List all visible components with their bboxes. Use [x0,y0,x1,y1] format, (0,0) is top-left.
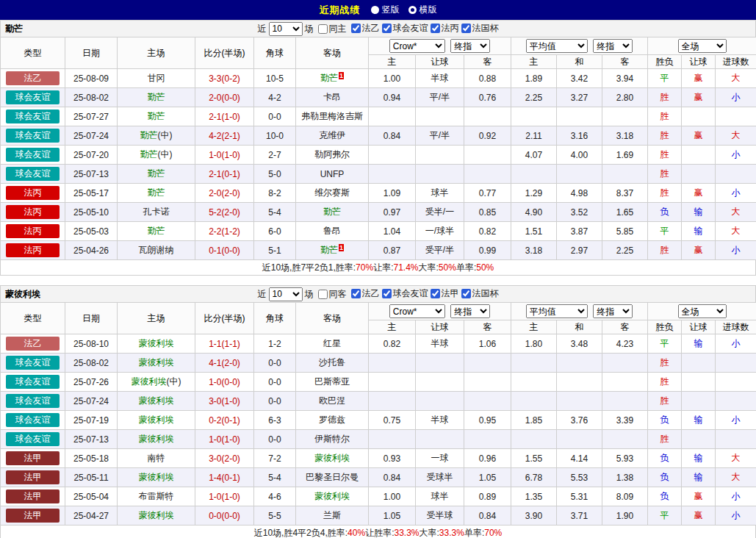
asia-away-odds-cell: 0.96 [464,449,511,468]
league-filter-label: 球会友谊 [393,287,428,300]
match-row: 球会友谊25-07-13勤芒2-1(0-1)5-0UNFP胜 [1,165,756,184]
scope-select[interactable]: 全场 [678,39,727,53]
topbar: 近期战绩 竖版横版 [0,0,756,20]
view-mode-radio[interactable]: 竖版 [371,4,400,16]
winlose-cell: 胜 [648,184,682,203]
match-count-select[interactable]: 10 [269,287,303,301]
winlose-cell: 胜 [648,430,682,449]
summary-value: 33.3% [394,528,419,538]
matches-table: 类型 日期 主场 比分(半场) 角球 客场 Crow* 终指 平均值 终指 [0,37,756,260]
league-filter[interactable]: 法甲 [430,287,459,300]
winlose-cell: 胜 [648,354,682,373]
corner-cell: 5-4 [254,203,296,222]
euro-home-odds-cell: 1.89 [511,69,557,88]
asia-final-select[interactable]: 终指 [450,304,490,318]
league-filter-checkbox[interactable] [461,289,471,298]
team-name-text: 沙托鲁 [319,357,345,367]
handicap-result-cell: 赢 [682,184,716,203]
corner-cell: 0-0 [254,354,296,373]
league-filter[interactable]: 法乙 [350,287,380,300]
team-name-text: 勤芒 [148,92,165,102]
asia-away-odds-cell [464,354,511,373]
away-team-cell: 蒙彼利埃 [296,449,369,468]
goals-result-cell: 小 [716,506,756,526]
league-filter-checkbox[interactable] [351,24,361,33]
asia-away-odds-cell: 0.85 [464,203,511,222]
asia-away-header: 客 [464,55,511,69]
bookmaker-select[interactable]: Crow* [389,39,445,53]
league-type-cell: 球会友谊 [1,354,65,373]
match-row: 球会友谊25-07-24勤芒(中)4-2(2-1)10-0克维伊0.84平/半0… [1,126,756,146]
handicap-result-cell: 赢 [682,126,716,146]
asia-handicap-cell: 球半 [416,487,464,506]
league-filter[interactable]: 法国杯 [461,22,499,35]
team-name-text: 克维伊 [319,130,345,140]
euro-draw-odds-cell [557,165,602,184]
match-row: 法甲25-05-18南特3-0(2-0)7-2蒙彼利埃0.93一球0.961.5… [1,449,756,468]
asia-home-odds-cell: 1.09 [369,184,416,203]
euro-home-odds-cell [511,165,557,184]
corner-cell: 4-2 [254,88,296,107]
goals-result-cell: 小 [716,411,756,430]
asia-handicap-cell: 受半/一 [416,203,464,222]
view-mode-radio[interactable]: 横版 [408,4,437,16]
winlose-cell: 胜 [648,392,682,411]
score-cell: 1-0(0-0) [195,373,254,392]
asia-handicap-cell [416,107,464,126]
corner-cell: 6-3 [254,411,296,430]
league-filter-checkbox[interactable] [351,289,361,298]
average-select[interactable]: 平均值 [526,39,588,53]
asia-final-select[interactable]: 终指 [450,39,490,53]
score-cell: 2-1(0-1) [195,165,254,184]
match-row: 球会友谊25-07-27勤芒2-1(1-0)0-0弗勒里梅洛吉斯胜 [1,107,756,126]
section-header: 勤芒 近 10 场 同主 法乙球会友谊法丙法国杯 [0,20,756,37]
league-filter-checkbox[interactable] [431,24,440,33]
asia-home-odds-cell [369,165,416,184]
date-cell: 25-05-18 [65,449,118,468]
home-team-cell: 勤芒 [118,107,195,126]
league-type-cell: 球会友谊 [1,126,65,146]
team-name-text: 卡昂 [323,92,341,102]
asia-away-odds-cell: 0.92 [464,126,511,146]
league-filter[interactable]: 法丙 [430,22,459,35]
same-venue-filter[interactable]: 同客 [317,288,347,301]
summary-text: 大率: [419,262,439,274]
average-select[interactable]: 平均值 [526,304,588,318]
same-venue-filter[interactable]: 同主 [317,23,347,35]
bookmaker-select[interactable]: Crow* [389,304,445,318]
away-team-cell: 兰斯 [296,506,369,526]
match-row: 法丙25-05-17勤芒2-0(2-0)8-2维尔赛斯1.09球半0.771.2… [1,184,756,203]
asia-home-odds-cell: 0.75 [369,411,416,430]
league-filter-checkbox[interactable] [461,24,471,33]
league-type-cell: 法乙 [1,334,65,354]
away-team-cell: 沙托鲁 [296,354,369,373]
winlose-cell: 负 [648,411,682,430]
league-filter[interactable]: 球会友谊 [381,22,428,35]
goals-result-cell: 大 [716,449,756,468]
same-venue-checkbox[interactable] [318,290,328,299]
summary-text: 近10场,胜7平2负1, [262,262,336,274]
goals-result-cell: 大 [716,468,756,487]
league-type-cell: 球会友谊 [1,411,65,430]
handicap-result-cell: 赢 [682,487,716,506]
near-label: 近 [258,23,267,35]
league-filter-checkbox[interactable] [382,24,392,33]
euro-final-select[interactable]: 终指 [593,304,633,318]
corner-cell: 4-6 [254,487,296,506]
match-count-select[interactable]: 10 [269,22,303,36]
league-filter-checkbox[interactable] [431,289,440,298]
same-venue-checkbox[interactable] [318,24,328,34]
euro-away-odds-cell [602,392,648,411]
league-type-badge: 法丙 [6,224,60,238]
league-filter-checkbox[interactable] [382,289,392,298]
scope-select[interactable]: 全场 [678,304,727,318]
asia-away-odds-cell [464,146,511,165]
corner-cell: 6-0 [254,222,296,241]
team-name-text: 巴黎圣日尔曼 [306,472,359,482]
league-filter[interactable]: 球会友谊 [381,287,428,300]
league-type-cell: 法丙 [1,203,65,222]
league-filter[interactable]: 法国杯 [461,287,499,300]
league-filter[interactable]: 法乙 [350,22,380,35]
euro-final-select[interactable]: 终指 [593,39,633,53]
corner-cell: 5-1 [254,241,296,260]
